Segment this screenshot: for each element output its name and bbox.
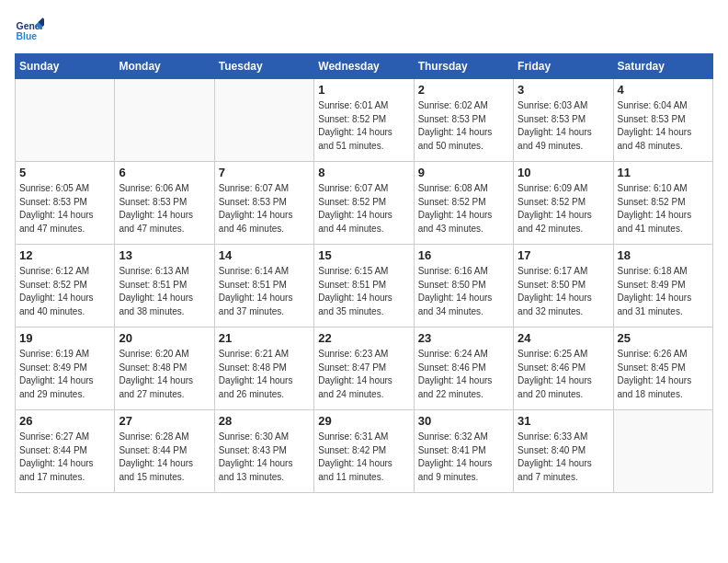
day-number: 22 [318,331,409,345]
calendar-cell: 17Sunrise: 6:17 AMSunset: 8:50 PMDayligh… [514,245,613,327]
day-info: Sunrise: 6:05 AMSunset: 8:53 PMDaylight:… [19,182,110,236]
day-info: Sunrise: 6:07 AMSunset: 8:52 PMDaylight:… [318,182,409,236]
day-info: Sunrise: 6:26 AMSunset: 8:45 PMDaylight:… [618,348,709,401]
calendar-cell: 20Sunrise: 6:20 AMSunset: 8:48 PMDayligh… [115,327,214,410]
calendar-cell: 16Sunrise: 6:16 AMSunset: 8:50 PMDayligh… [414,245,513,327]
calendar-cell [115,79,214,162]
day-number: 3 [518,83,609,97]
day-info: Sunrise: 6:28 AMSunset: 8:44 PMDaylight:… [119,431,210,484]
column-header-saturday: Saturday [613,54,712,79]
day-info: Sunrise: 6:17 AMSunset: 8:50 PMDaylight:… [518,265,609,318]
day-info: Sunrise: 6:09 AMSunset: 8:52 PMDaylight:… [518,182,609,236]
day-info: Sunrise: 6:04 AMSunset: 8:53 PMDaylight:… [618,99,709,153]
calendar-cell: 21Sunrise: 6:21 AMSunset: 8:48 PMDayligh… [214,327,313,410]
calendar-cell: 5Sunrise: 6:05 AMSunset: 8:53 PMDaylight… [16,162,115,245]
day-number: 19 [19,331,110,345]
day-number: 16 [418,248,509,262]
day-number: 7 [219,166,310,179]
day-info: Sunrise: 6:07 AMSunset: 8:53 PMDaylight:… [219,182,310,236]
calendar-cell: 30Sunrise: 6:32 AMSunset: 8:41 PMDayligh… [414,410,513,493]
day-number: 23 [418,331,509,345]
day-info: Sunrise: 6:06 AMSunset: 8:53 PMDaylight:… [119,182,210,236]
day-info: Sunrise: 6:23 AMSunset: 8:47 PMDaylight:… [318,348,409,401]
day-number: 20 [119,331,210,345]
calendar-cell: 18Sunrise: 6:18 AMSunset: 8:49 PMDayligh… [613,245,712,327]
day-number: 24 [518,331,609,345]
calendar-cell: 28Sunrise: 6:30 AMSunset: 8:43 PMDayligh… [214,410,313,493]
calendar-week-2: 5Sunrise: 6:05 AMSunset: 8:53 PMDaylight… [16,162,713,245]
day-number: 2 [418,83,509,97]
day-info: Sunrise: 6:01 AMSunset: 8:52 PMDaylight:… [318,99,409,153]
column-header-friday: Friday [514,54,613,79]
day-number: 9 [418,166,509,179]
logo: General Blue [15,15,44,44]
calendar-cell: 15Sunrise: 6:15 AMSunset: 8:51 PMDayligh… [314,245,414,327]
calendar-week-3: 12Sunrise: 6:12 AMSunset: 8:52 PMDayligh… [16,245,713,327]
day-number: 8 [318,166,409,179]
calendar-week-1: 1Sunrise: 6:01 AMSunset: 8:52 PMDaylight… [16,79,713,162]
calendar-cell: 22Sunrise: 6:23 AMSunset: 8:47 PMDayligh… [314,327,414,410]
svg-text:Blue: Blue [17,31,38,41]
day-number: 25 [618,331,709,345]
calendar-cell: 24Sunrise: 6:25 AMSunset: 8:46 PMDayligh… [514,327,613,410]
column-header-tuesday: Tuesday [214,54,313,79]
day-number: 4 [618,83,709,97]
calendar-cell [613,410,712,493]
day-number: 27 [119,414,210,428]
day-number: 13 [119,248,210,262]
day-info: Sunrise: 6:10 AMSunset: 8:52 PMDaylight:… [618,182,709,236]
day-info: Sunrise: 6:15 AMSunset: 8:51 PMDaylight:… [318,265,409,318]
day-info: Sunrise: 6:30 AMSunset: 8:43 PMDaylight:… [219,431,310,484]
day-info: Sunrise: 6:08 AMSunset: 8:52 PMDaylight:… [418,182,509,236]
day-number: 31 [518,414,609,428]
calendar-cell: 13Sunrise: 6:13 AMSunset: 8:51 PMDayligh… [115,245,214,327]
calendar-week-5: 26Sunrise: 6:27 AMSunset: 8:44 PMDayligh… [16,410,713,493]
calendar-cell: 9Sunrise: 6:08 AMSunset: 8:52 PMDaylight… [414,162,513,245]
day-info: Sunrise: 6:12 AMSunset: 8:52 PMDaylight:… [19,265,110,318]
calendar-cell: 1Sunrise: 6:01 AMSunset: 8:52 PMDaylight… [314,79,414,162]
day-info: Sunrise: 6:16 AMSunset: 8:50 PMDaylight:… [418,265,509,318]
calendar-cell: 4Sunrise: 6:04 AMSunset: 8:53 PMDaylight… [613,79,712,162]
day-info: Sunrise: 6:20 AMSunset: 8:48 PMDaylight:… [119,348,210,401]
calendar-cell [16,79,115,162]
calendar-cell: 7Sunrise: 6:07 AMSunset: 8:53 PMDaylight… [214,162,313,245]
calendar-cell: 25Sunrise: 6:26 AMSunset: 8:45 PMDayligh… [613,327,712,410]
day-info: Sunrise: 6:14 AMSunset: 8:51 PMDaylight:… [219,265,310,318]
calendar-week-4: 19Sunrise: 6:19 AMSunset: 8:49 PMDayligh… [16,327,713,410]
calendar-cell: 19Sunrise: 6:19 AMSunset: 8:49 PMDayligh… [16,327,115,410]
calendar-cell: 26Sunrise: 6:27 AMSunset: 8:44 PMDayligh… [16,410,115,493]
day-number: 21 [219,331,310,345]
page-header: General Blue [15,15,713,44]
day-number: 29 [318,414,409,428]
day-number: 6 [119,166,210,179]
day-info: Sunrise: 6:24 AMSunset: 8:46 PMDaylight:… [418,348,509,401]
day-number: 12 [19,248,110,262]
day-number: 5 [19,166,110,179]
day-info: Sunrise: 6:33 AMSunset: 8:40 PMDaylight:… [518,431,609,484]
calendar-cell: 29Sunrise: 6:31 AMSunset: 8:42 PMDayligh… [314,410,414,493]
column-header-thursday: Thursday [414,54,513,79]
calendar-cell: 14Sunrise: 6:14 AMSunset: 8:51 PMDayligh… [214,245,313,327]
calendar-cell: 31Sunrise: 6:33 AMSunset: 8:40 PMDayligh… [514,410,613,493]
calendar-cell: 11Sunrise: 6:10 AMSunset: 8:52 PMDayligh… [613,162,712,245]
day-info: Sunrise: 6:31 AMSunset: 8:42 PMDaylight:… [318,431,409,484]
calendar-cell: 2Sunrise: 6:02 AMSunset: 8:53 PMDaylight… [414,79,513,162]
logo-icon: General Blue [15,15,44,44]
day-info: Sunrise: 6:03 AMSunset: 8:53 PMDaylight:… [518,99,609,153]
day-info: Sunrise: 6:21 AMSunset: 8:48 PMDaylight:… [219,348,310,401]
calendar-header-row: SundayMondayTuesdayWednesdayThursdayFrid… [16,54,713,79]
calendar-cell: 8Sunrise: 6:07 AMSunset: 8:52 PMDaylight… [314,162,414,245]
calendar-cell: 3Sunrise: 6:03 AMSunset: 8:53 PMDaylight… [514,79,613,162]
day-number: 15 [318,248,409,262]
day-number: 18 [618,248,709,262]
column-header-sunday: Sunday [16,54,115,79]
column-header-wednesday: Wednesday [314,54,414,79]
day-info: Sunrise: 6:25 AMSunset: 8:46 PMDaylight:… [518,348,609,401]
day-number: 14 [219,248,310,262]
day-number: 17 [518,248,609,262]
day-number: 1 [318,83,409,97]
calendar-cell: 27Sunrise: 6:28 AMSunset: 8:44 PMDayligh… [115,410,214,493]
calendar-cell: 23Sunrise: 6:24 AMSunset: 8:46 PMDayligh… [414,327,513,410]
calendar-cell: 10Sunrise: 6:09 AMSunset: 8:52 PMDayligh… [514,162,613,245]
day-number: 11 [618,166,709,179]
